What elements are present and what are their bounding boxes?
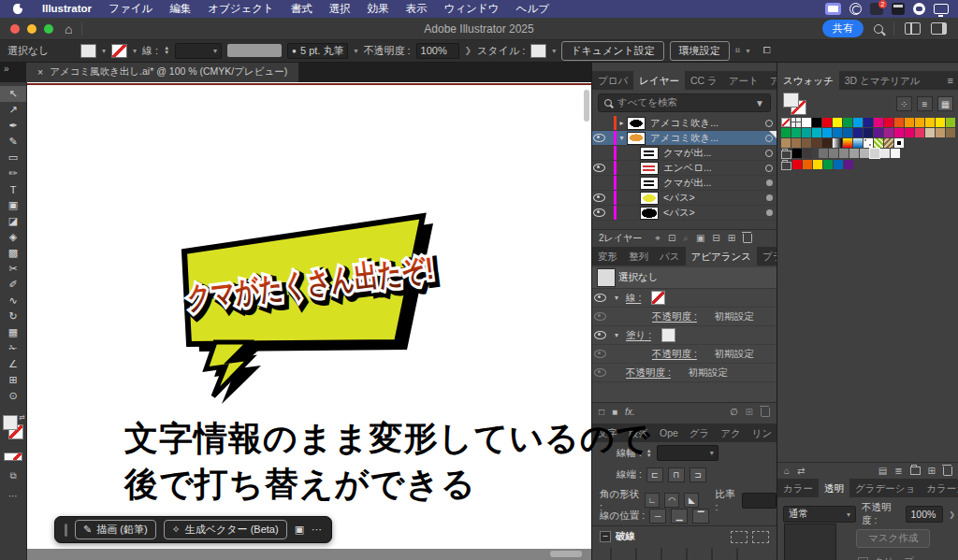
tab-3D とマテリアル[interactable]: 3D とマテリアル	[839, 71, 926, 90]
brush-dropdown-icon[interactable]: ▾	[354, 47, 357, 55]
eyedropper-tool[interactable]: ✐	[0, 277, 26, 293]
expand-arrow-icon[interactable]: ▸	[617, 119, 627, 127]
shaper-tool[interactable]: ∿	[0, 293, 26, 309]
minimize-window-button[interactable]	[27, 24, 36, 34]
opacity-expand-icon[interactable]: ❯	[949, 510, 955, 519]
attribute-label[interactable]: 不透明度 :	[652, 348, 697, 361]
arrange-docs-icon[interactable]: ⧠	[762, 45, 770, 56]
search-icon[interactable]	[874, 24, 883, 34]
scissors-tool[interactable]: ✂	[0, 261, 26, 277]
tab-カラー[interactable]: カラー	[777, 479, 819, 497]
tab-アク[interactable]: アク	[715, 424, 747, 442]
panel-layout-icon[interactable]	[931, 22, 947, 35]
layer-name[interactable]: アメコミ吹き...	[650, 117, 762, 130]
swatch[interactable]	[864, 118, 873, 127]
appearance-row[interactable]: 不透明度 :初期設定	[592, 364, 777, 382]
swatch[interactable]	[791, 118, 801, 127]
bevel-join-icon[interactable]: ◣	[684, 493, 699, 508]
attribute-label[interactable]: 塗り :	[626, 329, 651, 342]
layer-name[interactable]: クマが出...	[663, 147, 762, 160]
swatch[interactable]	[839, 149, 849, 158]
swatch[interactable]	[802, 138, 811, 148]
swatch-options-icon[interactable]: ▤	[878, 466, 887, 476]
visibility-toggle[interactable]	[592, 350, 607, 358]
layer-row[interactable]: エンベロ...	[592, 161, 777, 176]
align-outside-icon[interactable]: ▔	[692, 509, 709, 524]
swap-fill-stroke-icon[interactable]: ⇄	[19, 413, 25, 422]
swatch[interactable]	[849, 149, 859, 158]
swatch[interactable]	[874, 118, 883, 127]
swatch[interactable]	[791, 128, 801, 137]
swatch-group-folder-icon[interactable]	[781, 151, 791, 159]
target-icon[interactable]	[762, 120, 777, 127]
round-join-icon[interactable]: ◠	[664, 493, 679, 508]
screen-share-icon[interactable]	[825, 3, 841, 15]
layer-row[interactable]: クマが出...	[592, 146, 777, 161]
zoom-tool[interactable]: ⊙	[0, 388, 26, 404]
preferences-button[interactable]: 環境設定	[670, 41, 730, 61]
image-settings-icon[interactable]: ▣	[295, 524, 304, 536]
swatch[interactable]	[894, 138, 904, 148]
visibility-toggle[interactable]	[592, 368, 607, 377]
direct-selection-tool[interactable]: ↗	[0, 102, 26, 118]
generate-vector-button[interactable]: ✧ 生成ベクター (Beta)	[164, 520, 287, 539]
swatch[interactable]	[822, 128, 832, 137]
swatch[interactable]	[894, 128, 904, 137]
visibility-toggle[interactable]	[592, 331, 607, 339]
swatch[interactable]	[884, 138, 893, 148]
new-swatch-icon[interactable]: ⊞	[928, 466, 936, 476]
paintbrush-tool[interactable]: ✏	[0, 165, 26, 181]
swatch[interactable]	[864, 138, 873, 148]
swatch[interactable]	[813, 160, 822, 169]
layer-name[interactable]: <パス>	[663, 192, 762, 205]
swatch[interactable]	[822, 118, 832, 127]
tab-スウォッチ[interactable]: スウォッチ	[777, 71, 839, 90]
opacity-field[interactable]: 100%	[416, 43, 459, 59]
curvature-tool[interactable]: ✎	[0, 134, 26, 150]
menu-item[interactable]: 選択	[321, 0, 359, 18]
visibility-toggle[interactable]	[592, 208, 606, 217]
tab-段落[interactable]: 段落	[623, 424, 654, 442]
vertical-scrollbar[interactable]	[584, 90, 589, 122]
dash-field[interactable]: 間隔	[726, 549, 748, 560]
measure-tool[interactable]: ∠	[0, 356, 26, 372]
swatch[interactable]	[843, 138, 852, 148]
swatch[interactable]	[803, 149, 812, 158]
home-icon[interactable]: ⌂	[65, 22, 72, 36]
tab-グラ[interactable]: グラ	[684, 424, 716, 442]
swatch[interactable]	[884, 118, 893, 127]
drag-handle[interactable]	[65, 524, 67, 537]
draw-pencil-button[interactable]: ✎ 描画 (鉛筆)	[75, 520, 156, 539]
add-fill-icon[interactable]: ■	[612, 407, 617, 417]
fill-color-swatch[interactable]	[80, 44, 96, 58]
draw-mode-icon[interactable]: ⧉	[0, 470, 26, 481]
gradient-tool[interactable]: ▩	[0, 245, 26, 261]
swatch-libraries-icon[interactable]: ⌂	[784, 466, 790, 476]
apple-icon[interactable]	[13, 4, 22, 14]
tab-整列[interactable]: 整列	[623, 247, 654, 266]
target-icon[interactable]	[762, 194, 777, 201]
tab-カラーガイド[interactable]: カラーガイド	[921, 479, 958, 497]
swatch[interactable]	[833, 128, 842, 137]
color-mode-bar[interactable]	[4, 452, 22, 461]
swatch[interactable]	[834, 160, 843, 169]
swatch[interactable]	[833, 138, 842, 148]
align-dash-icon[interactable]	[752, 531, 769, 543]
swatch[interactable]	[812, 138, 821, 148]
swatch[interactable]	[781, 128, 791, 137]
swatch[interactable]	[915, 128, 924, 137]
ratio-field[interactable]	[742, 493, 777, 509]
stroke-width-stepper[interactable]: ▲▼	[646, 449, 652, 458]
display-icon[interactable]	[934, 4, 949, 14]
swatch[interactable]	[853, 138, 863, 148]
swatch[interactable]	[891, 149, 900, 158]
visibility-toggle[interactable]	[592, 312, 607, 321]
type-tool[interactable]: T	[0, 181, 26, 197]
horizontal-scrollbar[interactable]	[550, 551, 582, 557]
attribute-label[interactable]: 不透明度 :	[626, 366, 671, 380]
delete-layer-icon[interactable]	[743, 234, 752, 243]
zoom-window-button[interactable]	[44, 24, 53, 34]
swatch[interactable]	[781, 118, 791, 127]
knife-tool[interactable]: ✁	[0, 340, 26, 356]
fill-stroke-indicator[interactable]	[781, 92, 809, 116]
